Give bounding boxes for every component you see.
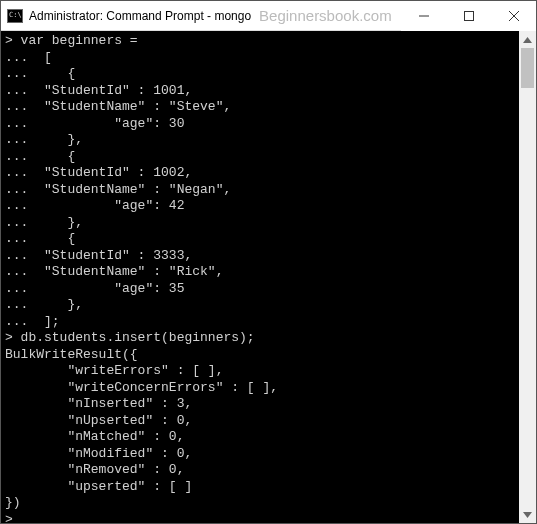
maximize-button[interactable] [446,1,491,31]
terminal-line: ... "StudentId" : 1002, [5,165,515,182]
terminal-content: > var beginners = ... [ ... { ... "Stude… [5,33,515,523]
terminal-line: > [5,512,515,524]
terminal-line: ... "age": 35 [5,281,515,298]
terminal-line: ... }, [5,297,515,314]
terminal-line: > db.students.insert(beginners); [5,330,515,347]
terminal-line: "nModified" : 0, [5,446,515,463]
terminal-line: "writeConcernErrors" : [ ], [5,380,515,397]
watermark-text: Beginnersbook.com [259,7,392,24]
close-button[interactable] [491,1,536,31]
terminal-line: }) [5,495,515,512]
terminal-line: ... { [5,149,515,166]
terminal-line: ... "StudentId" : 3333, [5,248,515,265]
window-controls [401,1,536,31]
command-prompt-window: Administrator: Command Prompt - mongo Be… [0,0,537,524]
terminal-line: ... [ [5,50,515,67]
scroll-down-arrow-icon[interactable] [519,506,536,523]
scrollbar-thumb[interactable] [521,48,534,88]
window-title: Administrator: Command Prompt - mongo [29,9,251,23]
terminal-line: ... { [5,231,515,248]
terminal-line: "writeErrors" : [ ], [5,363,515,380]
terminal-line: ... }, [5,215,515,232]
terminal-line: "nInserted" : 3, [5,396,515,413]
terminal-area[interactable]: > var beginners = ... [ ... { ... "Stude… [1,31,536,523]
scrollbar-track[interactable] [519,48,536,506]
terminal-line: ... }, [5,132,515,149]
terminal-line: ... "age": 30 [5,116,515,133]
terminal-line: "nRemoved" : 0, [5,462,515,479]
svg-marker-4 [523,37,532,43]
svg-rect-1 [464,12,473,21]
terminal-line: ... "StudentId" : 1001, [5,83,515,100]
terminal-line: ... { [5,66,515,83]
scrollbar[interactable] [519,31,536,523]
minimize-button[interactable] [401,1,446,31]
terminal-line: ... "age": 42 [5,198,515,215]
cmd-icon [7,9,23,23]
terminal-line: "nUpserted" : 0, [5,413,515,430]
terminal-line: "upserted" : [ ] [5,479,515,496]
terminal-line: > var beginners = [5,33,515,50]
terminal-line: ... "StudentName" : "Steve", [5,99,515,116]
terminal-line: ... "StudentName" : "Negan", [5,182,515,199]
scroll-up-arrow-icon[interactable] [519,31,536,48]
terminal-line: BulkWriteResult({ [5,347,515,364]
svg-marker-5 [523,512,532,518]
terminal-line: "nMatched" : 0, [5,429,515,446]
terminal-line: ... "StudentName" : "Rick", [5,264,515,281]
titlebar[interactable]: Administrator: Command Prompt - mongo Be… [1,1,536,31]
terminal-line: ... ]; [5,314,515,331]
